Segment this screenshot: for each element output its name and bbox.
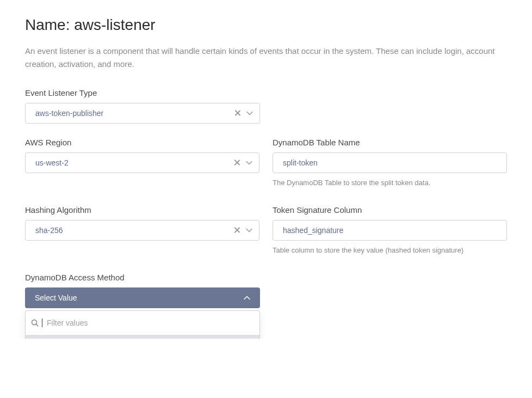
- clear-icon[interactable]: [234, 227, 240, 234]
- text-cursor: [42, 319, 42, 327]
- aws-region-select[interactable]: us-west-2: [25, 152, 259, 173]
- clear-icon[interactable]: [234, 160, 240, 166]
- token-signature-column-hint: Table column to store the key value (has…: [273, 246, 507, 254]
- aws-region-value: us-west-2: [35, 158, 69, 167]
- access-method-option[interactable]: access-key-id-and-secret: [26, 335, 259, 339]
- access-method-trigger-text: Select Value: [35, 293, 77, 302]
- dynamodb-table-label: DynamoDB Table Name: [273, 138, 507, 147]
- svg-line-1: [36, 324, 39, 327]
- token-signature-column-label: Token Signature Column: [273, 205, 507, 215]
- aws-region-label: AWS Region: [25, 138, 259, 147]
- access-method-panel: access-key-id-and-secret awsprofile ec2-…: [25, 310, 260, 339]
- event-listener-type-label: Event Listener Type: [25, 88, 260, 97]
- chevron-down-icon[interactable]: [246, 227, 252, 234]
- hashing-algorithm-value: sha-256: [35, 226, 63, 235]
- hashing-algorithm-label: Hashing Algorithm: [25, 205, 259, 215]
- hashing-algorithm-select[interactable]: sha-256: [25, 220, 259, 241]
- chevron-up-icon: [244, 295, 250, 301]
- access-method-dropdown: Select Value access-key-id-and-secret aw…: [25, 287, 260, 308]
- event-listener-type-value: aws-token-publisher: [35, 109, 103, 118]
- clear-icon[interactable]: [234, 110, 241, 117]
- dynamodb-table-hint: The DynamoDB Table to store the split to…: [273, 179, 507, 187]
- chevron-down-icon[interactable]: [246, 160, 252, 166]
- page-title: Name: aws-listener: [25, 16, 507, 34]
- access-method-filter-input[interactable]: [47, 316, 254, 329]
- access-method-label: DynamoDB Access Method: [25, 273, 260, 282]
- access-method-trigger[interactable]: Select Value: [25, 287, 260, 308]
- token-signature-column-input[interactable]: [273, 220, 507, 241]
- search-icon: [31, 319, 39, 327]
- event-listener-type-select[interactable]: aws-token-publisher: [25, 103, 260, 124]
- page-description: An event listener is a component that wi…: [25, 45, 504, 71]
- dynamodb-table-input[interactable]: [273, 152, 507, 173]
- chevron-down-icon[interactable]: [246, 110, 253, 117]
